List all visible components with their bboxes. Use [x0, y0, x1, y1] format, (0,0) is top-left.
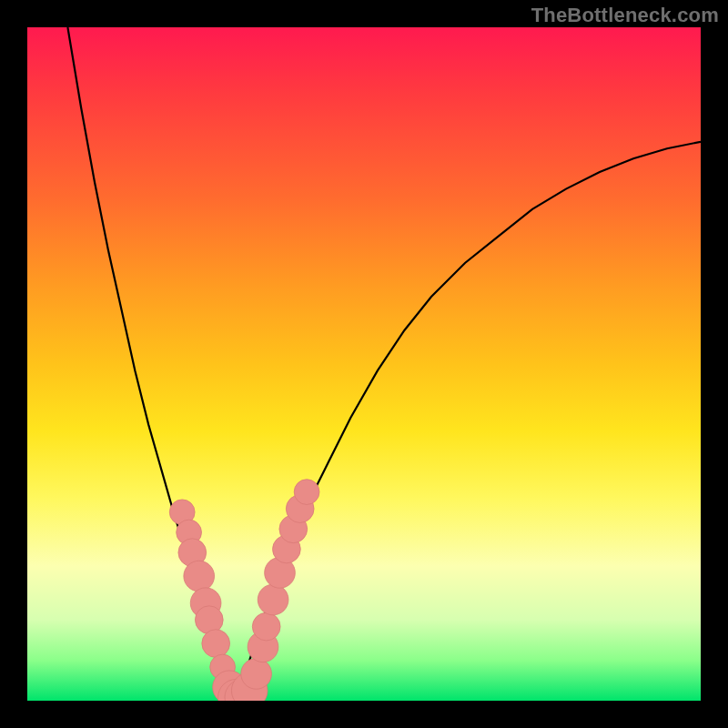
gradient-background	[27, 27, 701, 701]
watermark-text: TheBottleneck.com	[531, 4, 719, 27]
plot-area	[27, 27, 701, 701]
chart-frame: TheBottleneck.com	[0, 0, 728, 728]
